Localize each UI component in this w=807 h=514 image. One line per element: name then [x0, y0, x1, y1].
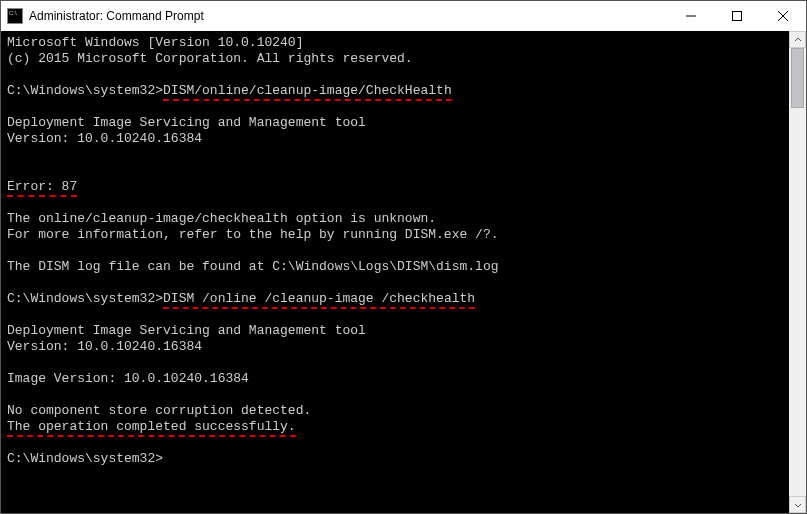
svg-rect-1	[733, 12, 742, 21]
output-line: Version: 10.0.10240.16384	[7, 131, 202, 146]
minimize-button[interactable]	[668, 1, 714, 31]
scrollbar-track[interactable]	[789, 48, 806, 496]
console-area: Microsoft Windows [Version 10.0.10240] (…	[1, 31, 806, 513]
minimize-icon	[686, 11, 696, 21]
close-icon	[778, 11, 788, 21]
output-line: The DISM log file can be found at C:\Win…	[7, 259, 498, 274]
command-prompt-window: Administrator: Command Prompt Microsoft …	[0, 0, 807, 514]
output-line: Deployment Image Servicing and Managemen…	[7, 115, 366, 130]
window-title: Administrator: Command Prompt	[29, 9, 668, 23]
command-input: DISM /online /cleanup-image /checkhealth	[163, 291, 475, 309]
close-button[interactable]	[760, 1, 806, 31]
output-line: For more information, refer to the help …	[7, 227, 498, 242]
output-line: Deployment Image Servicing and Managemen…	[7, 323, 366, 338]
prompt: C:\Windows\system32>	[7, 83, 163, 98]
output-line: The online/cleanup-image/checkhealth opt…	[7, 211, 436, 226]
scroll-up-button[interactable]	[789, 31, 806, 48]
error-line: Error: 87	[7, 179, 77, 197]
console-output[interactable]: Microsoft Windows [Version 10.0.10240] (…	[1, 31, 789, 513]
output-line: Version: 10.0.10240.16384	[7, 339, 202, 354]
prompt: C:\Windows\system32>	[7, 291, 163, 306]
prompt: C:\Windows\system32>	[7, 451, 163, 466]
chevron-down-icon	[794, 501, 802, 509]
output-line: Image Version: 10.0.10240.16384	[7, 371, 249, 386]
cmd-icon	[7, 8, 23, 24]
scrollbar-thumb[interactable]	[791, 48, 804, 108]
window-controls	[668, 1, 806, 31]
command-input: DISM/online/cleanup-image/CheckHealth	[163, 83, 452, 101]
titlebar[interactable]: Administrator: Command Prompt	[1, 1, 806, 31]
scroll-down-button[interactable]	[789, 496, 806, 513]
maximize-icon	[732, 11, 742, 21]
vertical-scrollbar[interactable]	[789, 31, 806, 513]
success-line: The operation completed successfully.	[7, 419, 296, 437]
output-line: (c) 2015 Microsoft Corporation. All righ…	[7, 51, 413, 66]
maximize-button[interactable]	[714, 1, 760, 31]
chevron-up-icon	[794, 36, 802, 44]
output-line: No component store corruption detected.	[7, 403, 311, 418]
output-line: Microsoft Windows [Version 10.0.10240]	[7, 35, 303, 50]
